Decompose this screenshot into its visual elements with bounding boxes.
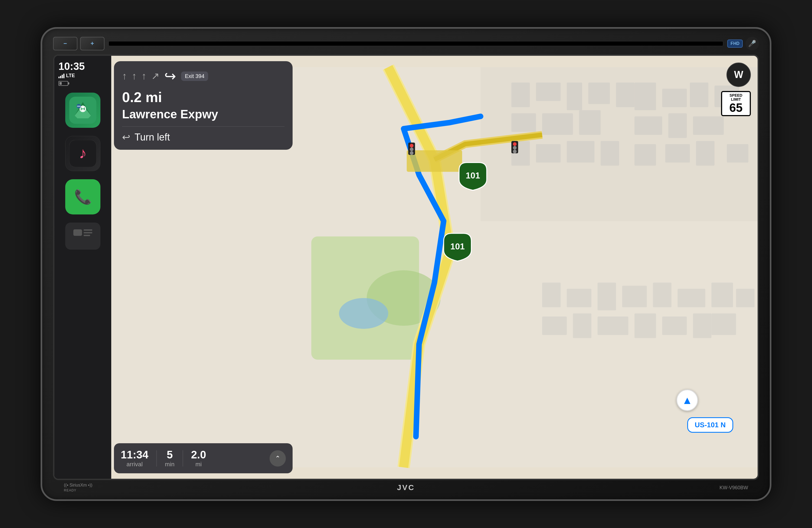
svg-rect-31: [662, 88, 687, 107]
svg-rect-8: [73, 229, 82, 236]
svg-rect-32: [690, 83, 708, 107]
svg-rect-50: [635, 314, 656, 338]
turn-arrow-icon: ↩: [122, 132, 130, 143]
svg-rect-44: [622, 286, 647, 307]
current-location-marker: ▲: [677, 389, 698, 411]
highway-route-label[interactable]: US-101 N: [687, 417, 733, 433]
svg-rect-40: [727, 144, 749, 162]
top-controls: − + FHD 🎤: [53, 37, 759, 51]
svg-rect-55: [711, 314, 736, 335]
battery-indicator: [58, 81, 68, 86]
svg-text:📞: 📞: [74, 188, 92, 205]
speed-limit-title: SPEEDLIMIT: [722, 94, 750, 102]
arrival-section: 11:34 arrival: [121, 449, 148, 468]
svg-point-16: [339, 298, 388, 329]
top-right-controls: FHD 🎤: [727, 37, 759, 51]
svg-rect-18: [511, 83, 530, 107]
maneuver-arrow-1: ↑: [122, 70, 127, 82]
distance-row: 0.2 mi: [122, 89, 285, 105]
svg-rect-25: [579, 110, 600, 135]
svg-point-59: [410, 151, 414, 155]
speed-limit-value: 65: [722, 102, 750, 114]
sirius-xm-label: ((• SiriusXm •))READY: [64, 483, 92, 493]
svg-rect-42: [567, 289, 591, 307]
location-arrow-icon: ▲: [682, 394, 693, 406]
music-app-icon[interactable]: ♪: [65, 136, 100, 171]
highway-label-text: US-101 N: [695, 421, 726, 429]
svg-point-62: [513, 146, 517, 150]
turn-text: Turn left: [134, 132, 170, 143]
minutes-value: 5: [167, 449, 173, 461]
expand-icon: ⌃: [275, 455, 280, 462]
maps-app-icon[interactable]: 280: [65, 92, 100, 128]
device-bottom-bar: ((• SiriusXm •))READY JVC KW-V960BW: [53, 480, 759, 494]
maneuver-arrow-3: ↑: [142, 70, 146, 82]
svg-rect-51: [662, 316, 687, 335]
svg-point-58: [410, 147, 414, 151]
speed-limit-sign: SPEEDLIMIT 65: [721, 91, 751, 116]
distance-label: mi: [195, 461, 202, 468]
microphone-button[interactable]: 🎤: [745, 37, 759, 51]
svg-point-61: [513, 142, 517, 146]
svg-rect-30: [635, 83, 656, 110]
svg-rect-41: [542, 283, 561, 307]
svg-rect-35: [668, 113, 687, 138]
expand-button[interactable]: ⌃: [270, 450, 286, 467]
svg-rect-19: [536, 83, 561, 101]
svg-rect-21: [589, 83, 610, 104]
jvc-device: − + FHD 🎤 10:35: [41, 27, 771, 501]
home-button[interactable]: [65, 223, 100, 249]
location-circle: ▲: [677, 389, 698, 411]
svg-rect-37: [635, 144, 656, 166]
remaining-distance: 2.0: [191, 449, 206, 461]
svg-rect-27: [536, 144, 561, 162]
svg-point-57: [410, 144, 414, 147]
svg-rect-47: [542, 316, 567, 335]
left-side-button[interactable]: [53, 251, 53, 284]
signal-row: LTE: [58, 73, 107, 79]
navigation-card: ↑ ↑ ↑ ↗ ↪ Exit 394 0.2 mi Lawrence Expwy…: [114, 61, 293, 150]
svg-rect-23: [511, 113, 536, 132]
minutes-section: 5 min: [165, 449, 174, 468]
svg-rect-39: [696, 141, 714, 166]
compass-button[interactable]: W: [726, 62, 751, 87]
right-side-button[interactable]: [759, 251, 759, 284]
model-number: KW-V960BW: [720, 485, 748, 491]
lte-label: LTE: [66, 73, 75, 79]
maneuver-icons-row: ↑ ↑ ↑ ↗ ↪ Exit 394: [122, 68, 285, 84]
svg-rect-22: [616, 83, 635, 107]
trip-info-bar: 11:34 arrival 5 min 2.0 mi ⌃: [114, 443, 293, 473]
exit-badge: Exit 394: [181, 71, 208, 81]
jvc-brand-logo: JVC: [397, 483, 415, 492]
volume-controls: − +: [53, 37, 104, 51]
carplay-sidebar: 10:35 LTE: [54, 56, 111, 479]
svg-rect-53: [711, 283, 733, 307]
svg-rect-43: [598, 283, 616, 310]
svg-point-63: [513, 150, 517, 154]
svg-rect-49: [598, 316, 628, 335]
svg-rect-28: [567, 141, 594, 163]
turn-instruction: ↩ Turn left: [122, 126, 285, 143]
status-bar: 10:35 LTE: [58, 61, 107, 86]
arrival-time: 11:34: [121, 449, 148, 461]
phone-app-icon[interactable]: 📞: [65, 179, 100, 214]
svg-rect-48: [573, 314, 591, 338]
volume-down-button[interactable]: −: [53, 37, 77, 51]
svg-rect-29: [600, 141, 619, 166]
distance-display: 0.2 mi: [122, 89, 162, 105]
compass-direction: W: [734, 69, 743, 81]
street-name-display: Lawrence Expwy: [122, 108, 285, 121]
screen-content: 10:35 LTE: [54, 56, 758, 479]
screen-frame: 10:35 LTE: [53, 54, 759, 480]
clock-display: 10:35: [58, 61, 107, 71]
svg-rect-45: [653, 283, 671, 307]
hd-badge: FHD: [727, 40, 743, 48]
volume-up-button[interactable]: +: [80, 37, 104, 51]
minutes-label: min: [165, 461, 174, 468]
svg-rect-10: [84, 232, 92, 233]
svg-rect-46: [678, 289, 705, 307]
maneuver-arrow-4: ↗: [151, 70, 159, 82]
svg-rect-24: [542, 113, 573, 135]
map-display[interactable]: 101 101 ↑ ↑ ↑ ↗ ↪ Exit 394: [111, 56, 758, 479]
svg-text:101: 101: [466, 171, 480, 181]
